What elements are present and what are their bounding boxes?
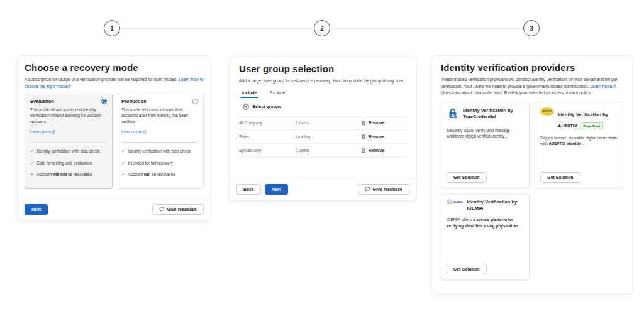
provider-description: IDEMIA offers a secure platform for veri… [447, 217, 524, 229]
open-in-new-icon [613, 84, 616, 88]
back-button[interactable]: Back [236, 184, 261, 195]
free-trial-badge: Free Trial [580, 122, 603, 129]
production-title: Production [121, 99, 147, 104]
user-group-title: User group selection [239, 63, 407, 74]
feedback-icon [365, 187, 370, 192]
get-solution-button[interactable]: Get Solution [540, 172, 580, 183]
evaluation-title: Evaluation [30, 99, 54, 104]
panel-user-group-selection: User group selection Add a target user g… [230, 57, 416, 201]
radio-unchecked-icon[interactable] [192, 99, 198, 104]
recovery-mode-subtitle: A subscription for usage of a verificati… [25, 77, 204, 90]
provider-description: Securely issue, verify, and manage workf… [447, 127, 524, 140]
step-2[interactable]: 2 [314, 20, 330, 36]
production-header: Production [121, 99, 198, 104]
trash-icon [361, 120, 366, 126]
group-table: All Company 1 users Remove Sales Loading… [239, 116, 407, 158]
group-user-count: 1 users [296, 148, 361, 153]
step-1[interactable]: 1 [104, 20, 120, 36]
feature-item: ✓Identity verification with face check [30, 149, 107, 154]
truecredential-lock-icon [447, 107, 459, 122]
next-button[interactable]: Next [25, 204, 48, 215]
provider-card-au10tix[interactable]: AU10TIX Identity Verification by AU10TIX… [535, 102, 623, 188]
radio-checked-icon[interactable] [101, 99, 107, 104]
remove-button[interactable]: Remove [361, 134, 384, 139]
tab-bar: Include Exclude [239, 88, 407, 98]
feedback-icon [159, 207, 165, 212]
provider-card-truecredential[interactable]: Identity Verification by TrueCredential … [441, 102, 530, 188]
give-feedback-button[interactable]: Give feedback [358, 184, 409, 195]
divider [30, 142, 107, 143]
idemia-logo-icon: IDEMIA [447, 199, 463, 205]
feature-item: ✓Identity verification with face check [121, 149, 198, 154]
remove-button[interactable]: Remove [361, 148, 384, 153]
open-in-new-icon [143, 130, 147, 134]
step-1-number: 1 [110, 25, 114, 32]
open-in-new-icon [52, 130, 55, 134]
feature-item: ✕Account will not be recovered [30, 172, 107, 177]
trash-icon [361, 134, 366, 139]
check-icon: ✓ [30, 161, 33, 166]
feature-item: ✓Intended for full recovery [121, 161, 198, 166]
production-learn-more-link[interactable]: Learn more [121, 129, 147, 134]
step-3-number: 3 [530, 25, 533, 32]
panel-identity-verification-providers: Identity verification providers These tr… [431, 55, 633, 294]
get-solution-button[interactable]: Get Solution [447, 264, 487, 274]
au10tix-logo-icon: AU10TIX [540, 107, 554, 116]
provider-card-idemia[interactable]: IDEMIA Identity Verification by IDEMIA I… [441, 193, 530, 280]
feature-item: ✓Safe for testing and evaluation [30, 161, 107, 166]
group-name: All Company [239, 121, 296, 125]
add-circle-icon [243, 104, 249, 110]
give-feedback-button[interactable]: Give feedback [152, 204, 204, 215]
cross-icon: ✕ [30, 172, 33, 177]
next-button[interactable]: Next [265, 184, 288, 195]
evaluation-header: Evaluation [30, 99, 107, 104]
evaluation-learn-more-link[interactable]: Learn more [30, 129, 55, 134]
trash-icon [361, 148, 366, 153]
recovery-mode-title: Choose a recovery mode [25, 62, 204, 73]
group-name: Sales [239, 134, 296, 139]
check-icon: ✓ [30, 149, 33, 154]
recovery-mode-subtitle-text: A subscription for usage of a verificati… [25, 77, 177, 82]
wizard-canvas: 1 2 3 Choose a recovery mode A subscript… [0, 0, 644, 314]
remove-button[interactable]: Remove [361, 120, 384, 126]
provider-description: Deploy secure, reusable digital credenti… [540, 135, 618, 148]
table-row: Synced only 1 users Remove [239, 144, 407, 158]
group-user-count: Loading... [296, 134, 361, 139]
select-groups-button[interactable]: Select groups [243, 104, 281, 110]
mode-card-group: Evaluation This mode allows you to test … [25, 94, 204, 189]
feature-item: ✓Account will be recovered [121, 172, 198, 177]
group-user-count: 1 users [296, 121, 361, 125]
table-row: All Company 1 users Remove [239, 116, 407, 130]
providers-subtitle: These trusted verification providers wil… [441, 77, 623, 97]
provider-card-grid: Identity Verification by TrueCredential … [441, 102, 623, 280]
open-in-new-icon [67, 84, 71, 88]
panel2-footer: Back Next Give feedback [230, 178, 416, 200]
divider [121, 142, 198, 143]
provider-title: Identity Verification by TrueCredential [463, 107, 524, 120]
production-description: This mode lets users recover their accou… [121, 107, 198, 124]
panel-choose-recovery-mode: Choose a recovery mode A subscription fo… [18, 55, 211, 221]
tab-exclude[interactable]: Exclude [269, 88, 287, 98]
panel1-footer: Next Give feedback [18, 198, 210, 220]
check-icon: ✓ [121, 172, 125, 177]
tab-include[interactable]: Include [240, 88, 258, 98]
user-group-subtitle: Add a target user group for self-service… [239, 78, 407, 85]
mode-card-evaluation[interactable]: Evaluation This mode allows you to test … [25, 94, 113, 189]
check-icon: ✓ [121, 149, 125, 154]
providers-learn-more-link[interactable]: Learn more [590, 84, 616, 89]
table-row: Sales Loading... Remove [239, 130, 407, 144]
mode-card-production[interactable]: Production This mode lets users recover … [116, 94, 204, 189]
check-icon: ✓ [121, 161, 125, 166]
step-2-number: 2 [320, 25, 324, 32]
evaluation-description: This mode allows you to test identity ve… [30, 107, 107, 124]
providers-title: Identity verification providers [441, 62, 623, 73]
group-name: Synced only [239, 148, 296, 153]
provider-title: Identity Verification by IDEMIA [467, 199, 524, 212]
step-3[interactable]: 3 [523, 20, 540, 36]
get-solution-button[interactable]: Get Solution [447, 172, 487, 183]
